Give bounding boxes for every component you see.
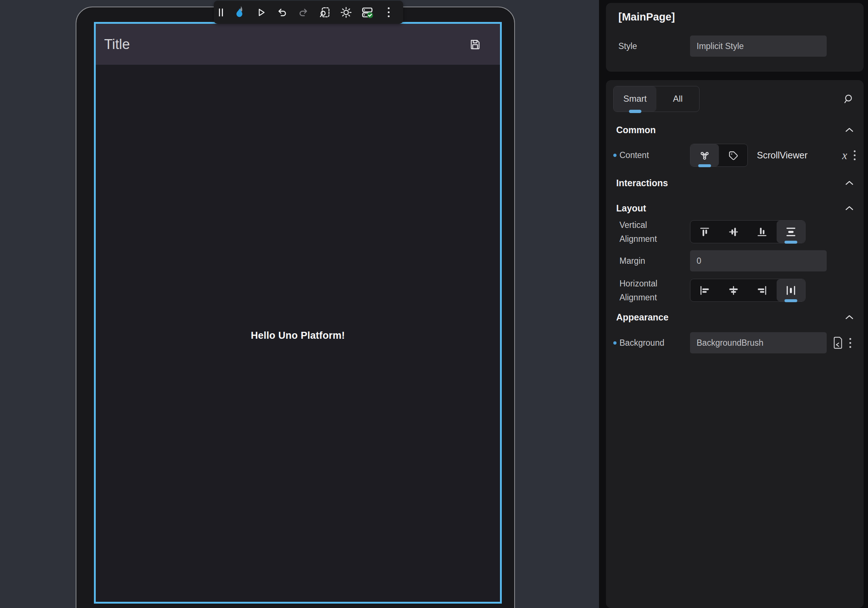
align-horizontal-center-icon[interactable] bbox=[719, 279, 748, 302]
margin-label: Margin bbox=[620, 256, 645, 266]
style-label: Style bbox=[618, 41, 690, 51]
align-right-icon[interactable] bbox=[748, 279, 777, 302]
app-title-text: Title bbox=[104, 37, 130, 52]
margin-row: Margin bbox=[613, 250, 857, 272]
selected-element-name: [MainPage] bbox=[618, 11, 675, 23]
modified-dot bbox=[613, 154, 617, 157]
section-interactions[interactable]: Interactions bbox=[616, 176, 854, 190]
hot-design-toolbar bbox=[214, 1, 403, 24]
align-vertical-center-icon[interactable] bbox=[719, 221, 748, 243]
play-icon[interactable] bbox=[253, 5, 269, 20]
chevron-up-icon[interactable] bbox=[845, 127, 854, 133]
properties-panel: [MainPage] Style Smart All bbox=[599, 0, 868, 608]
section-layout[interactable]: Layout bbox=[616, 202, 854, 215]
vertical-alignment-label: Vertical Alignment bbox=[620, 218, 669, 246]
chevron-up-icon[interactable] bbox=[845, 205, 854, 211]
chevron-up-icon[interactable] bbox=[845, 314, 854, 320]
chevron-up-icon[interactable] bbox=[845, 180, 854, 186]
property-tabs-row: Smart All bbox=[613, 85, 854, 112]
active-tab-indicator bbox=[629, 110, 642, 113]
markup-expression-icon[interactable]: x bbox=[842, 149, 847, 162]
tag-icon[interactable] bbox=[719, 144, 747, 166]
style-row: Style bbox=[618, 36, 858, 57]
selected-element-card: [MainPage] Style bbox=[606, 3, 863, 72]
save-icon[interactable] bbox=[468, 38, 482, 51]
hello-text: Hello Uno Platform! bbox=[96, 329, 500, 342]
align-left-icon[interactable] bbox=[690, 279, 719, 302]
drag-handle-icon[interactable] bbox=[219, 8, 226, 17]
background-row: Background bbox=[613, 332, 857, 354]
element-picker-icon[interactable] bbox=[316, 5, 333, 20]
app-title-bar: Title bbox=[96, 24, 500, 65]
background-input[interactable] bbox=[690, 332, 827, 353]
toolbar-overflow-menu-icon[interactable] bbox=[380, 5, 397, 20]
selected-page-outline[interactable]: Title Hello Uno Platform! bbox=[94, 22, 502, 603]
vertical-alignment-control bbox=[690, 220, 806, 243]
properties-card: Smart All Common bbox=[606, 80, 863, 608]
theme-toggle-sun-icon[interactable] bbox=[338, 5, 354, 20]
horizontal-alignment-label: Horizontal Alignment bbox=[620, 277, 669, 304]
tab-smart[interactable]: Smart bbox=[614, 86, 656, 112]
selected-option-indicator bbox=[784, 299, 797, 302]
widget-tree-icon[interactable] bbox=[690, 144, 719, 166]
tab-all[interactable]: All bbox=[656, 86, 699, 112]
redo-icon[interactable] bbox=[295, 5, 312, 20]
content-row: Content bbox=[613, 144, 857, 167]
modified-dot bbox=[613, 341, 617, 345]
vertical-stretch-icon[interactable] bbox=[777, 221, 806, 243]
background-label: Background bbox=[620, 338, 665, 348]
content-editor-switch bbox=[690, 144, 748, 167]
align-bottom-icon[interactable] bbox=[748, 221, 777, 243]
selected-editor-indicator bbox=[698, 164, 711, 167]
section-appearance[interactable]: Appearance bbox=[616, 311, 854, 324]
undo-icon[interactable] bbox=[274, 5, 290, 20]
background-more-options-icon[interactable] bbox=[848, 337, 852, 349]
align-top-icon[interactable] bbox=[690, 221, 719, 243]
horizontal-stretch-icon[interactable] bbox=[777, 279, 806, 302]
uno-hot-design-flame-icon[interactable] bbox=[231, 5, 247, 20]
content-value: ScrollViewer bbox=[757, 150, 842, 160]
property-tab-group: Smart All bbox=[613, 86, 699, 112]
horizontal-alignment-row: Horizontal Alignment bbox=[613, 279, 857, 302]
selected-option-indicator bbox=[784, 241, 797, 244]
vertical-alignment-row: Vertical Alignment bbox=[613, 220, 857, 243]
connection-status-icon[interactable] bbox=[359, 5, 375, 20]
horizontal-alignment-control bbox=[690, 279, 806, 302]
section-common[interactable]: Common bbox=[616, 123, 854, 137]
content-label: Content bbox=[620, 150, 649, 160]
content-more-options-icon[interactable] bbox=[852, 149, 857, 162]
resource-document-arrow-icon[interactable] bbox=[832, 337, 843, 349]
margin-input[interactable] bbox=[690, 250, 827, 271]
search-icon[interactable] bbox=[842, 93, 854, 105]
style-input[interactable] bbox=[690, 36, 827, 57]
